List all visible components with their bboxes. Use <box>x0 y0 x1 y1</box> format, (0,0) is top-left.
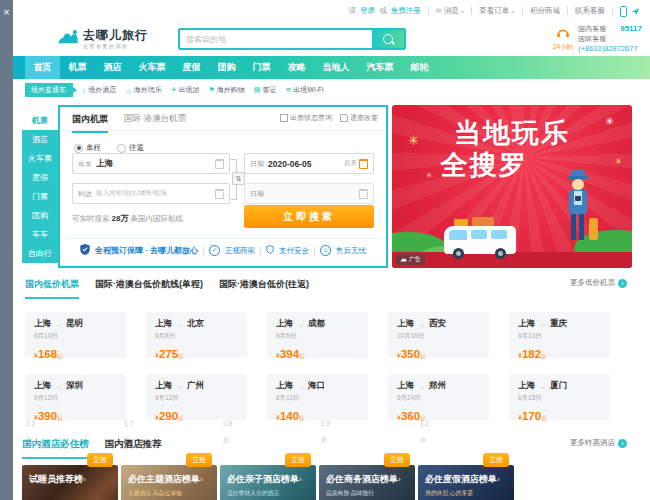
nav-item-cruise[interactable]: 邮轮 <box>402 56 437 79</box>
nav-item-trains[interactable]: 火车票 <box>130 56 174 79</box>
points-mall-link[interactable]: 积分商城 <box>530 6 560 16</box>
nav-item-vacation[interactable]: 度假 <box>174 56 209 79</box>
hotel-rank-card[interactable]: 立抢 必住亲子酒店榜单› 适合带娃入住的酒店 <box>220 465 316 500</box>
flight-deal-card[interactable]: 上海→广州 9月12日 ¥290起 <box>146 374 247 420</box>
nav-item-guides[interactable]: 攻略 <box>279 56 314 79</box>
side-tab-car[interactable]: 车车 <box>22 225 58 244</box>
subnav-outbound-tour[interactable]: ✈ 出境游 <box>171 85 200 95</box>
grab-now-badge[interactable]: 立抢 <box>483 453 509 467</box>
overseas-express-badge[interactable]: 境外直通车 <box>25 83 73 97</box>
hotel-rank-card[interactable]: 立抢 必住商务酒店榜单› 品质商旅 品味随行 <box>319 465 415 500</box>
side-tab-vacation[interactable]: 度假 <box>22 168 58 187</box>
nav-item-locals[interactable]: 当地人 <box>314 56 358 79</box>
grab-now-badge[interactable]: 立抢 <box>87 453 113 467</box>
ad-label: 广告 <box>396 254 425 265</box>
deals-tab-domestic[interactable]: 国内低价机票 <box>25 278 79 299</box>
flight-deal-card[interactable]: 上海→重庆 6月13日 ¥182起 <box>509 312 610 358</box>
hotel-icon: ⌂ <box>82 87 86 94</box>
tab-intl-flights[interactable]: 国际·港澳台机票 <box>124 113 186 125</box>
mobile-app-icon[interactable] <box>620 6 627 17</box>
grab-now-badge[interactable]: 立抢 <box>285 453 311 467</box>
more-hotel-deals-link[interactable]: 更多特惠酒店 › <box>570 438 627 448</box>
origin-field[interactable]: 出发 上海 <box>72 153 230 174</box>
arrow-circle-icon: › <box>618 279 627 288</box>
swap-cities-button[interactable]: ⇅ <box>232 172 245 185</box>
flight-deal-card[interactable]: 上海→北京 6月8日 ¥275起 <box>146 312 247 358</box>
hotel-rank-card[interactable]: 立抢 必住度假酒店榜单› 身的休憩 心的享受 <box>418 465 514 500</box>
deals-tab-intl-round[interactable]: 国际·港澳台低价(往返) <box>219 278 309 291</box>
flight-deal-card[interactable]: 上海→郑州 6月24日 ¥360起 <box>388 374 489 420</box>
flight-deal-card[interactable]: 上海→厦门 6月15日 ¥170起 <box>509 374 610 420</box>
hotels-tab-recommended[interactable]: 国内酒店推荐 <box>105 438 162 451</box>
side-tab-trains[interactable]: 火车票 <box>22 149 58 168</box>
close-icon[interactable]: × <box>0 6 13 18</box>
hotel-rankings-section: 国内酒店必住榜 国内酒店推荐 更多特惠酒店 › 立抢 试睡员推荐榜› 立抢 必住… <box>22 438 627 500</box>
envelope-icon: ✉ <box>436 7 442 15</box>
deals-tab-intl-oneway[interactable]: 国际·港澳台低价航线(单程) <box>95 278 203 291</box>
arrow-right-icon: → <box>176 321 183 328</box>
nav-item-group-buy[interactable]: 团购 <box>209 56 244 79</box>
arrow-right-icon: → <box>539 383 546 390</box>
destination-field[interactable]: 到达 输入国家/地区/城市/机场 <box>72 183 230 204</box>
nav-item-flights[interactable]: 机票 <box>60 56 95 79</box>
qunar-app-icon[interactable] <box>631 7 640 16</box>
arrow-right-icon: → <box>55 383 62 390</box>
nav-item-home[interactable]: 首页 <box>25 56 60 79</box>
greeting-label: 请 <box>349 6 357 16</box>
depart-date-field[interactable]: 日期 2020-06-05 后天 <box>244 153 374 174</box>
subnav-overseas-hotel[interactable]: ⌂ 境外酒店 <box>82 85 116 95</box>
roundtrip-radio[interactable]: 往返 <box>117 143 144 153</box>
return-date-field[interactable]: 日期 <box>244 183 374 204</box>
radio-unselected-icon <box>117 144 126 153</box>
flight-deal-card[interactable]: 上海→成都 6月6日 ¥394起 <box>267 312 368 358</box>
qunar-logo[interactable]: 去哪儿旅行 总有你要的低价 <box>57 28 148 50</box>
messages-menu[interactable]: ✉ 消息 ∨ <box>436 6 465 16</box>
ticket-status-link[interactable]: 出票状态查询 <box>280 113 332 123</box>
hotel-rank-card[interactable]: 立抢 试睡员推荐榜› <box>22 465 118 500</box>
search-input[interactable] <box>180 30 372 48</box>
main-nav: 首页 机票 酒店 火车票 度假 团购 门票 攻略 当地人 汽车票 邮轮 <box>13 56 650 79</box>
chevron-down-icon: ∨ <box>461 9 465 14</box>
domestic-service-label: 国内客服 <box>578 24 606 34</box>
search-flights-button[interactable]: 立即搜索 <box>244 205 374 228</box>
arrow-right-icon: → <box>297 321 304 328</box>
domestic-service-phone: 95117 <box>620 24 642 34</box>
flight-deals-grid: 上海→昆明 6月10日 ¥168起 上海→北京 6月8日 ¥275起 上海→成都… <box>25 312 627 420</box>
hotel-rank-card[interactable]: 立抢 必住主题酒店榜单› 主题酒店 高品位体验 <box>121 465 217 500</box>
side-tab-group-buy[interactable]: 团购 <box>22 206 58 225</box>
flight-deal-card[interactable]: 上海→深圳 9月12日 ¥390起 <box>25 374 126 420</box>
logo-slogan: 总有你要的低价 <box>83 43 148 49</box>
subnav-overseas-shopping[interactable]: ⚑ 海外购物 <box>209 85 245 95</box>
subnav-visa[interactable]: ▤ 签证 <box>254 85 277 95</box>
flight-deal-card[interactable]: 上海→昆明 6月10日 ¥168起 <box>25 312 126 358</box>
promo-banner[interactable]: ✳ ✳ ✳ ✳ 当地玩乐 全搜罗 广告 <box>392 105 632 268</box>
city-picker-icon <box>215 189 224 199</box>
side-tab-diy-tour[interactable]: 自由行 <box>22 244 58 263</box>
subnav-overseas-fun[interactable]: ☼ 海外玩乐 <box>125 85 161 95</box>
side-tab-tickets[interactable]: 门票 <box>22 187 58 206</box>
side-tab-flights[interactable]: 机票 <box>22 111 58 130</box>
nav-item-tickets[interactable]: 门票 <box>244 56 279 79</box>
tab-domestic-flights[interactable]: 国内机票 <box>72 113 108 133</box>
search-button[interactable] <box>372 30 404 48</box>
top-utility-bar: 请 登录 或 免费注册 ✉ 消息 ∨ 查看订单 ∨ 积分商城 联系客服 <box>13 0 650 19</box>
refund-change-link[interactable]: 退票改签 <box>340 113 378 123</box>
logo-title: 去哪儿旅行 <box>83 29 148 41</box>
flight-deal-card[interactable]: 上海→西安 10月16日 ¥350起 <box>388 312 489 358</box>
side-tab-hotels[interactable]: 酒店 <box>22 130 58 149</box>
flight-deal-card[interactable]: 上海→海口 6月11日 ¥140起 <box>267 374 368 420</box>
arrow-right-icon: › <box>83 475 86 484</box>
spark-icon: ✳ <box>615 157 622 166</box>
oneway-radio[interactable]: 单程 <box>74 143 101 153</box>
login-link[interactable]: 登录 <box>360 6 375 16</box>
hotels-tab-must-stay[interactable]: 国内酒店必住榜 <box>22 438 89 459</box>
orders-menu[interactable]: 查看订单 ∨ <box>479 6 515 16</box>
subnav-wifi[interactable]: ≋ 出境Wi-Fi <box>285 85 323 95</box>
contact-service-link[interactable]: 联系客服 <box>575 6 605 16</box>
register-link[interactable]: 免费注册 <box>391 6 421 16</box>
nav-item-hotels[interactable]: 酒店 <box>95 56 130 79</box>
grab-now-badge[interactable]: 立抢 <box>186 453 212 467</box>
grab-now-badge[interactable]: 立抢 <box>384 453 410 467</box>
more-cheap-flights-link[interactable]: 更多低价机票 › <box>570 278 627 288</box>
nav-item-bus[interactable]: 汽车票 <box>358 56 402 79</box>
